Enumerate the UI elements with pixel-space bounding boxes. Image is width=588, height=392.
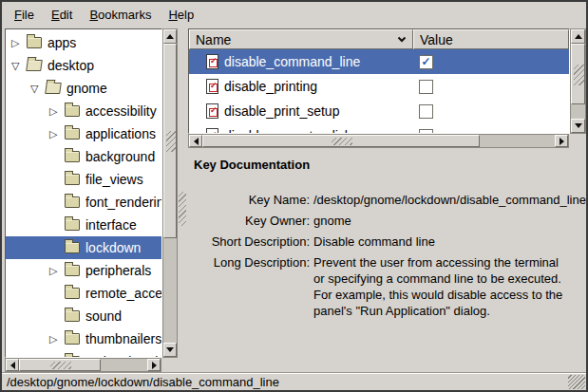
scroll-right-button[interactable]: [555, 135, 568, 147]
tree-item-sound[interactable]: sound: [6, 305, 161, 327]
expander-collapsed-icon[interactable]: ▷: [49, 265, 65, 277]
thumb-grip-icon: [332, 138, 352, 145]
scroll-down-button[interactable]: [571, 119, 585, 133]
thumb-grip-icon: [166, 131, 176, 152]
list-horizontal-scrollbar[interactable]: [188, 134, 569, 148]
tree-vscroll-thumb[interactable]: [163, 44, 177, 238]
arrow-left-icon: [194, 138, 199, 145]
folder-icon: [65, 105, 80, 117]
menu-file[interactable]: File: [6, 4, 43, 26]
main-area: ▷ apps ▽ desktop ▽ gnome: [2, 27, 586, 372]
doc-field-key-owner: Key Owner: gnome: [194, 213, 580, 229]
arrow-down-icon: [166, 347, 174, 352]
menu-help[interactable]: Help: [160, 4, 202, 26]
expander-collapsed-icon[interactable]: ▷: [11, 37, 27, 49]
column-header-name[interactable]: Name: [189, 29, 413, 49]
tree-hscroll-trough[interactable]: [101, 359, 147, 371]
folder-icon: [65, 310, 80, 322]
list-vscroll-trough[interactable]: [571, 104, 585, 119]
statusbar-key-path: /desktop/gnome/lockdown/disable_command_…: [7, 375, 279, 389]
list-header: Name Value: [189, 29, 569, 49]
folder-icon: [27, 37, 42, 48]
tree-item-lockdown[interactable]: lockdown: [6, 236, 161, 259]
folder-icon: [65, 174, 80, 185]
expander-expanded-icon[interactable]: ▽: [11, 60, 27, 72]
open-folder-icon: [26, 60, 43, 71]
key-row-disable-command-line[interactable]: disable_command_line ✓: [189, 49, 569, 74]
column-header-value[interactable]: Value: [413, 29, 569, 49]
folder-icon: [65, 219, 80, 231]
scroll-up-button[interactable]: [571, 29, 585, 44]
thumb-grip-icon: [574, 65, 584, 85]
menu-edit[interactable]: Edit: [43, 4, 81, 26]
folder-icon: [65, 242, 80, 253]
scroll-left-button[interactable]: [189, 135, 202, 147]
tree-item-interface[interactable]: interface: [6, 214, 161, 236]
tree-item-desktop[interactable]: ▽ desktop: [6, 54, 161, 77]
tree-item-font-rendering[interactable]: font_rendering: [6, 191, 161, 214]
config-tree: ▷ apps ▽ desktop ▽ gnome: [5, 28, 162, 358]
tree-vscroll-trough[interactable]: [163, 238, 177, 343]
expander-collapsed-icon[interactable]: ▷: [49, 105, 65, 118]
key-icon: [206, 54, 218, 69]
key-icon: [206, 79, 218, 94]
list-vscroll-thumb[interactable]: [571, 44, 585, 104]
tree-horizontal-scrollbar[interactable]: [5, 358, 161, 372]
scroll-left-button[interactable]: [6, 359, 19, 371]
list-vertical-scrollbar[interactable]: [570, 28, 586, 134]
key-pane: Name Value disable_command_line: [188, 28, 586, 372]
list-hscroll-trough[interactable]: [480, 135, 555, 147]
tree-item-gnome[interactable]: ▽ gnome: [6, 77, 161, 100]
folder-icon: [65, 196, 80, 208]
tree-vertical-scrollbar[interactable]: [162, 28, 178, 358]
tree-hscroll-thumb[interactable]: [19, 359, 101, 371]
scroll-down-button[interactable]: [163, 343, 177, 357]
tree-item-accessibility[interactable]: ▷ accessibility: [6, 100, 161, 122]
arrow-up-icon: [166, 34, 174, 39]
tree-item-peripherals[interactable]: ▷ peripherals: [6, 259, 161, 282]
key-documentation-title: Key Documentation: [194, 158, 580, 172]
checkbox-unchecked[interactable]: [419, 80, 433, 94]
scroll-up-button[interactable]: [163, 29, 177, 44]
tree-item-apps[interactable]: ▷ apps: [6, 31, 161, 54]
key-row-disable-print-setup[interactable]: disable_print_setup: [189, 99, 569, 123]
tree-item-file-views[interactable]: file_views: [6, 168, 161, 191]
doc-field-key-name: Key Name: /desktop/gnome/lockdown/disabl…: [194, 192, 580, 208]
key-row-disable-printing[interactable]: disable_printing: [189, 74, 569, 99]
tree-item-remote-access[interactable]: remote_access: [6, 282, 161, 305]
arrow-down-icon: [575, 123, 582, 128]
open-folder-icon: [45, 83, 62, 94]
pane-splitter[interactable]: [178, 28, 188, 372]
tree-item-thumbnailers[interactable]: ▷ thumbnailers: [6, 327, 161, 350]
key-icon: [206, 103, 218, 119]
tree-item-applications[interactable]: ▷ applications: [6, 122, 161, 145]
menubar: File Edit Bookmarks Help: [2, 2, 586, 27]
expander-expanded-icon[interactable]: ▽: [30, 83, 46, 95]
tree-pane: ▷ apps ▽ desktop ▽ gnome: [5, 28, 178, 372]
tree-item-typing-break[interactable]: typing_break: [6, 350, 161, 358]
folder-icon: [65, 151, 80, 162]
doc-field-long-description: Long Description: Prevent the user from …: [194, 254, 580, 319]
arrow-up-icon: [575, 34, 582, 39]
folder-icon: [65, 288, 80, 299]
folder-icon: [65, 265, 80, 276]
tree-item-background[interactable]: background: [6, 145, 161, 168]
expander-collapsed-icon[interactable]: ▷: [49, 128, 65, 140]
key-list: Name Value disable_command_line: [188, 28, 570, 134]
arrow-right-icon: [152, 362, 157, 369]
arrow-right-icon: [560, 138, 564, 145]
scroll-right-button[interactable]: [147, 359, 161, 371]
expander-collapsed-icon[interactable]: ▷: [49, 333, 65, 345]
sort-indicator-icon: [397, 36, 407, 43]
menu-bookmarks[interactable]: Bookmarks: [81, 4, 160, 26]
checkbox-checked[interactable]: ✓: [419, 55, 433, 69]
folder-icon: [65, 128, 80, 140]
arrow-left-icon: [10, 362, 15, 369]
list-hscroll-thumb[interactable]: [202, 135, 480, 147]
key-row-disable-save-to-disk[interactable]: disable_save_to_disk: [189, 123, 569, 134]
resize-grip[interactable]: [568, 375, 585, 389]
statusbar: /desktop/gnome/lockdown/disable_command_…: [2, 372, 586, 390]
doc-field-short-description: Short Description: Disable command line: [194, 233, 580, 250]
checkbox-unchecked[interactable]: [419, 104, 433, 119]
splitter-grip-icon: [179, 192, 186, 226]
